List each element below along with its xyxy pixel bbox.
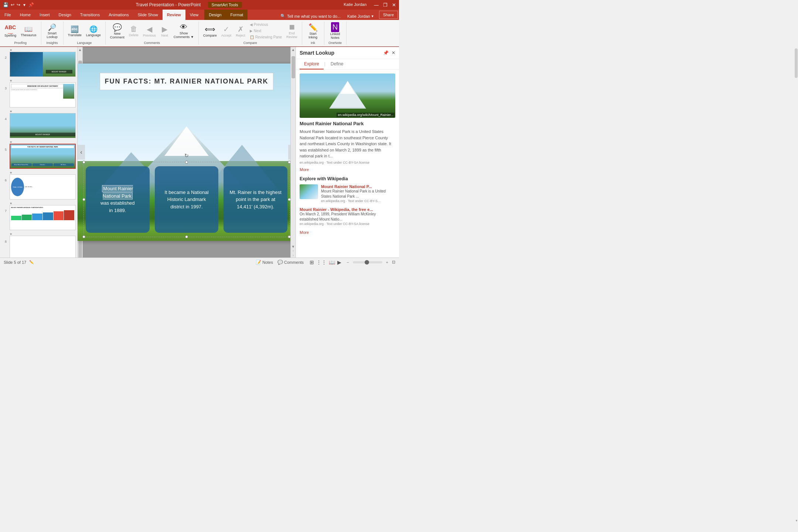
- tab-view[interactable]: View: [185, 10, 203, 20]
- reject-btn[interactable]: ✗ Reject: [234, 24, 247, 38]
- sl-more2-btn[interactable]: More: [300, 230, 395, 235]
- translate-btn[interactable]: 🔤 Translate: [66, 24, 83, 38]
- tell-me-text: Tell me what you want to do...: [287, 14, 341, 18]
- next2-btn[interactable]: ▶ Next: [248, 28, 283, 34]
- user-area[interactable]: Katie Jordan ▼: [344, 13, 378, 20]
- thesaurus-btn[interactable]: 📖 Thesaurus: [19, 24, 38, 38]
- vscroll-thumb[interactable]: [291, 56, 295, 78]
- sl-result-2-title[interactable]: Mount Rainier - Wikipedia, the free e...: [300, 207, 395, 212]
- tab-home[interactable]: Home: [16, 10, 35, 20]
- tab-smartart-design[interactable]: Design: [204, 10, 226, 20]
- tell-me-box[interactable]: 🔍 Tell me what you want to do...: [277, 12, 344, 20]
- tab-animations[interactable]: Animations: [104, 10, 133, 20]
- sl-result-1: Mount Rainier National P... Mount Rainie…: [300, 184, 395, 203]
- customize-icon[interactable]: ▼: [23, 3, 26, 7]
- slide-thumb-7[interactable]: 7 ★ MOUNT RAINIER AVERAGE TEMPERATURES: [1, 202, 76, 230]
- show-comments-btn[interactable]: 👁 ShowComments ▼: [172, 22, 195, 40]
- scroll-bar-right[interactable]: ▲ ▼ ↑ ↓: [290, 47, 296, 258]
- new-comment-btn[interactable]: 💬 NewComment: [109, 22, 126, 40]
- sl-mountain-svg: [325, 79, 370, 109]
- vscroll-down-btn[interactable]: ▼: [291, 244, 296, 249]
- slide-prev-btn[interactable]: ‹: [78, 145, 85, 160]
- new-comment-icon: 💬: [113, 23, 122, 32]
- end-review-icon: ⏹: [288, 23, 296, 31]
- scroll-page-down[interactable]: ↓: [293, 253, 294, 257]
- zoom-slider-thumb[interactable]: [365, 260, 369, 265]
- ribbon-group-ink: ✏️ StartInking Ink: [302, 21, 324, 45]
- end-review-btn[interactable]: ⏹ EndReview: [285, 22, 299, 40]
- comments-btn[interactable]: 💬 Comments: [277, 260, 304, 265]
- start-inking-btn[interactable]: ✏️ StartInking: [307, 22, 319, 40]
- close-btn[interactable]: ✕: [392, 2, 396, 8]
- scroll-page-up[interactable]: ↑: [293, 249, 294, 253]
- svg-marker-5: [340, 81, 355, 94]
- share-btn[interactable]: Share: [379, 11, 398, 19]
- slide-thumb-4[interactable]: 4 ★ MOUNT RAINIER: [1, 110, 76, 138]
- view-normal-btn[interactable]: ⊞: [310, 259, 314, 265]
- ribbon-group-comments: 💬 NewComment 🗑 Delete ◀ Previous ▶ Next …: [106, 21, 199, 45]
- spelling-icon: ABC: [5, 24, 16, 30]
- view-reading-btn[interactable]: 📖: [329, 259, 335, 265]
- tab-smartart-format[interactable]: Format: [226, 10, 248, 20]
- user-name: Katie Jordan: [344, 2, 366, 8]
- save-icon[interactable]: 💾: [3, 2, 8, 7]
- slide-count: Slide 5 of 17: [4, 260, 26, 265]
- star-3: ★: [10, 79, 76, 82]
- fact-box-3[interactable]: Mt. Rainer is the highest point in the p…: [224, 166, 287, 233]
- prev2-icon: ◀: [250, 23, 253, 27]
- delete-comment-btn[interactable]: 🗑 Delete: [127, 24, 140, 38]
- tab-define[interactable]: Define: [326, 59, 348, 69]
- sl-result-2: Mount Rainier - Wikipedia, the free e...…: [300, 207, 395, 226]
- sl-result-1-title[interactable]: Mount Rainier National P...: [321, 184, 395, 189]
- reviewing-pane-btn[interactable]: 📋 Reviewing Pane: [248, 34, 283, 40]
- fact-box-2[interactable]: It became a National Historic Landmark d…: [155, 166, 219, 233]
- comments-label: Comments: [284, 260, 304, 265]
- minimize-btn[interactable]: —: [374, 2, 379, 8]
- tab-transitions[interactable]: Transitions: [76, 10, 104, 20]
- tab-explore[interactable]: Explore: [300, 59, 324, 69]
- zoom-fit-btn[interactable]: ⊡: [392, 260, 395, 265]
- zoom-in-btn[interactable]: +: [386, 260, 388, 265]
- sl-result-1-img: [300, 184, 318, 199]
- compare-btn[interactable]: ⟺ Compare: [202, 24, 218, 38]
- fact-box-1[interactable]: Mount RainierNational Park was establish…: [86, 166, 150, 233]
- smart-lookup-btn[interactable]: 🔎 SmartLookup: [45, 23, 59, 40]
- slide-thumb-2[interactable]: 2 ★ MOUNT RAINIER: [1, 48, 76, 77]
- scroll-page-btns: ↑ ↓: [293, 249, 294, 258]
- spelling-btn[interactable]: ABC ___ Spelling: [3, 24, 18, 38]
- scroll-up-btn[interactable]: ▲: [78, 47, 82, 52]
- notes-edit-btn[interactable]: ✏️: [29, 260, 34, 264]
- maximize-btn[interactable]: ❐: [383, 2, 388, 8]
- previous-comment-btn[interactable]: ◀ Previous: [141, 24, 157, 38]
- slide-num-7: 7: [1, 209, 7, 213]
- tab-file[interactable]: File: [0, 10, 16, 20]
- tab-design[interactable]: Design: [54, 10, 76, 20]
- tab-review[interactable]: Review: [163, 10, 185, 20]
- tab-slideshow[interactable]: Slide Show: [133, 10, 163, 20]
- pin-icon[interactable]: 📌: [28, 2, 34, 7]
- linked-notes-btn[interactable]: N LinkedNotes: [329, 21, 342, 40]
- close-panel-btn[interactable]: ✕: [392, 50, 395, 55]
- sl-more-btn[interactable]: More: [300, 167, 395, 172]
- view-slides-btn[interactable]: ⋮⋮: [316, 259, 327, 265]
- slide-thumb-3[interactable]: 3 ★ WEEKEND OR HOLIDAY GETAWAY Lorem ips…: [1, 79, 76, 108]
- slide-thumb-5[interactable]: 5 ★ FUN FACTS: MT. RAINIER NATIONAL PARK…: [1, 140, 76, 169]
- accept-btn[interactable]: ✓ Accept: [220, 24, 233, 38]
- vscroll-up-btn[interactable]: ▲: [291, 47, 296, 52]
- zoom-out-btn[interactable]: −: [347, 260, 349, 265]
- language-btn[interactable]: 🌐 Language: [85, 24, 102, 38]
- notes-btn[interactable]: 📝 Notes: [256, 260, 273, 265]
- zoom-slider[interactable]: [353, 261, 382, 263]
- view-slideshow-btn[interactable]: ▶: [337, 259, 341, 265]
- slide-thumb-6[interactable]: 6 ★ TRAIL VISTAS DAY HIKING...: [1, 171, 76, 200]
- pin-panel-btn[interactable]: 📌: [383, 50, 389, 55]
- slide-thumb-8[interactable]: 8 ★: [1, 232, 76, 258]
- tab-insert[interactable]: Insert: [35, 10, 54, 20]
- ribbon-group-insights: 🔎 SmartLookup Insights: [41, 21, 64, 45]
- undo-icon[interactable]: ↩: [11, 2, 14, 7]
- redo-icon[interactable]: ↪: [17, 2, 20, 7]
- sl-result-2-source: en.wikipedia.org · Text under CC-BY-SA l…: [300, 222, 395, 226]
- previous2-btn[interactable]: ◀ Previous: [248, 22, 283, 27]
- next-comment-btn[interactable]: ▶ Next: [159, 24, 171, 38]
- next2-icon: ▶: [250, 29, 253, 33]
